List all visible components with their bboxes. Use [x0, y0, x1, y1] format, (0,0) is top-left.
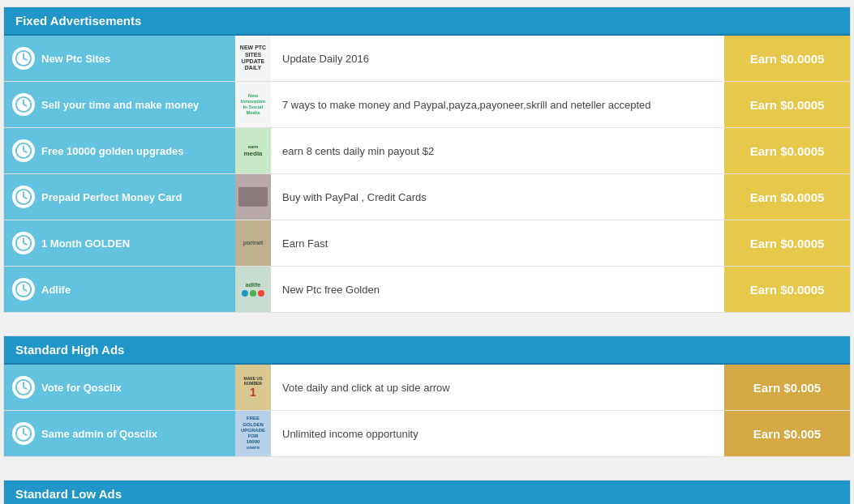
ad-thumb: FREE GOLDEN UPGRADE FOR 10000 users — [235, 411, 271, 456]
ad-thumb-image: FREE GOLDEN UPGRADE FOR 10000 users — [235, 411, 271, 456]
ad-earn-button[interactable]: Earn $0.0005 — [724, 128, 850, 173]
ad-description: Update Daily 2016 — [271, 36, 724, 81]
standard-low-ads-header: Standard Low Ads — [4, 481, 850, 504]
ad-title-label: Sell your time and make money — [41, 99, 199, 111]
ad-icon — [12, 376, 35, 399]
ad-title-cell[interactable]: 1 Month GOLDEN — [4, 220, 235, 266]
ad-icon — [12, 139, 35, 162]
table-row: Sell your time and make money New Innova… — [4, 82, 850, 128]
table-row: Prepaid Perfect Money Card Buy with PayP… — [4, 174, 850, 220]
ad-thumb-image: NEW PTCSITESUPDATEDAILY — [235, 36, 271, 81]
standard-high-ads-header: Standard High Ads — [4, 336, 850, 365]
ad-thumb-image: MAKE US NUMBER 1 — [235, 365, 271, 410]
ad-title-cell[interactable]: Prepaid Perfect Money Card — [4, 174, 235, 220]
ad-icon — [12, 186, 35, 208]
ad-icon — [12, 278, 35, 301]
ad-thumb-image: adlife — [235, 267, 271, 312]
ad-title-cell[interactable]: Sell your time and make money — [4, 82, 235, 127]
ad-earn-button[interactable]: Earn $0.0005 — [724, 267, 850, 312]
ad-earn-button[interactable]: Earn $0.0005 — [724, 174, 850, 220]
ad-earn-button[interactable]: Earn $0.0005 — [724, 82, 850, 127]
ad-thumb-image: earnmedia — [235, 128, 271, 173]
ad-description: 7 ways to make money and Paypal,payza,pa… — [271, 82, 724, 127]
fixed-ads-section: Fixed Advertisements New Ptc Sites NEW P… — [3, 6, 851, 313]
ad-title-label: Free 10000 golden upgrades — [41, 145, 184, 157]
ad-description: Buy with PayPal , Credit Cards — [271, 174, 724, 220]
ad-title-cell[interactable]: Adlife — [4, 267, 235, 312]
ad-title-cell[interactable]: Vote for Qosclix — [4, 365, 235, 410]
ad-description: New Ptc free Golden — [271, 267, 724, 312]
ad-title-cell[interactable]: New Ptc Sites — [4, 36, 235, 81]
ad-thumb: portrait — [235, 220, 271, 266]
ad-title-label: Prepaid Perfect Money Card — [41, 191, 182, 203]
ad-thumb — [235, 174, 271, 220]
ad-description: Earn Fast — [271, 220, 724, 266]
table-row: New Ptc Sites NEW PTCSITESUPDATEDAILY Up… — [4, 36, 850, 82]
ad-earn-button[interactable]: Earn $0.0005 — [724, 220, 850, 266]
table-row: Free 10000 golden upgrades earnmedia ear… — [4, 128, 850, 174]
table-row: Same admin of Qosclix FREE GOLDEN UPGRAD… — [4, 411, 850, 456]
table-row: Adlife adlife New Ptc free Golden Earn $… — [4, 267, 850, 312]
ad-title-label: 1 Month GOLDEN — [41, 237, 130, 250]
ad-earn-button[interactable]: Earn $0.0005 — [724, 36, 850, 81]
ad-icon — [12, 422, 35, 445]
ad-thumb-image — [235, 174, 271, 220]
ad-thumb-image: New InnovationIn SocialMedia — [235, 82, 271, 127]
table-row: 1 Month GOLDEN portrait Earn Fast Earn $… — [4, 220, 850, 267]
ad-title-label: New Ptc Sites — [41, 53, 110, 65]
ad-title-cell[interactable]: Free 10000 golden upgrades — [4, 128, 235, 173]
ad-thumb: MAKE US NUMBER 1 — [235, 365, 271, 410]
ad-title-cell[interactable]: Same admin of Qosclix — [4, 411, 235, 456]
ad-description: Vote daily and click at up side arrow — [271, 365, 724, 410]
ad-thumb: earnmedia — [235, 128, 271, 173]
ad-thumb: NEW PTCSITESUPDATEDAILY — [235, 36, 271, 81]
table-row: Vote for Qosclix MAKE US NUMBER 1 Vote d… — [4, 365, 850, 411]
ad-description: earn 8 cents daily min payout $2 — [271, 128, 724, 173]
ad-description: Unlimited income opportunity — [271, 411, 724, 456]
ad-title-label: Vote for Qosclix — [41, 382, 122, 394]
fixed-ads-header: Fixed Advertisements — [4, 7, 850, 36]
ad-title-label: Same admin of Qosclix — [41, 428, 157, 440]
ad-title-label: Adlife — [41, 284, 71, 296]
ad-icon — [12, 232, 35, 254]
ad-thumb: adlife — [235, 267, 271, 312]
standard-high-ads-section: Standard High Ads Vote for Qosclix MAKE … — [3, 335, 851, 457]
ad-earn-button[interactable]: Earn $0.005 — [724, 365, 850, 410]
ad-earn-button[interactable]: Earn $0.005 — [724, 411, 850, 456]
ad-thumb-image: portrait — [235, 220, 271, 266]
ad-icon — [12, 93, 35, 116]
ad-icon — [12, 47, 35, 70]
standard-low-ads-section: Standard Low Ads — [3, 480, 851, 504]
ad-thumb: New InnovationIn SocialMedia — [235, 82, 271, 127]
